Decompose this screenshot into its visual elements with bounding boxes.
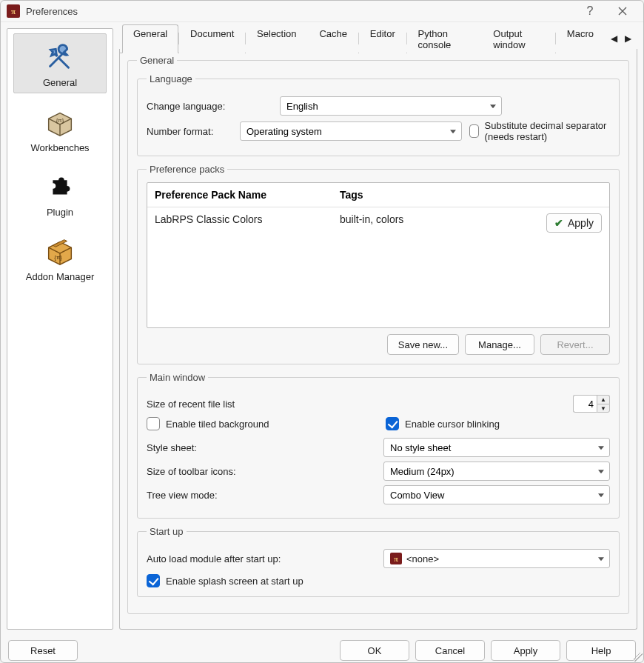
reset-button[interactable]: Reset [8,640,78,661]
tools-icon [42,39,78,74]
category-plugin[interactable]: Plugin [13,164,107,222]
close-icon[interactable] [606,1,639,21]
autoload-select[interactable]: π <none> [383,549,610,568]
app-icon: π [390,553,402,564]
spin-down-icon[interactable]: ▼ [597,404,610,413]
category-addon-manager[interactable]: {π} Addon Manager [13,228,107,287]
tab-scroll-left-icon[interactable]: ◀ [608,32,620,45]
group-startup-title: Start up [147,526,187,537]
apply-button[interactable]: Apply [491,640,560,661]
titlebar: π Preferences ? [1,1,643,22]
tab-cache[interactable]: Cache [308,24,358,53]
tree-mode-select[interactable]: Combo View [383,485,610,504]
preferences-window: π Preferences ? G [0,0,644,663]
splash-label: Enable splash screen at start up [166,576,303,587]
cursor-blink-label: Enable cursor blinking [405,419,500,430]
recent-list-spin[interactable]: ▲▼ [573,395,610,413]
help-icon[interactable]: ? [574,1,606,21]
package-icon: {π} [42,233,78,268]
pack-tags: built-in, colors [332,207,535,239]
category-label: Addon Manager [26,271,95,282]
change-language-select[interactable]: English [280,96,502,116]
splash-checkbox[interactable] [147,574,160,587]
puzzle-icon [42,168,78,204]
svg-text:{π}: {π} [54,254,62,261]
substitute-decimal-checkbox[interactable] [469,124,479,138]
check-icon: ✔ [554,217,563,229]
save-new-button[interactable]: Save new... [387,334,459,355]
tab-output-window[interactable]: Output window [482,24,555,53]
substitute-decimal-label: Substitute decimal separator (needs rest… [485,120,610,142]
group-mainwindow-title: Main window [147,372,208,383]
col-tags: Tags [332,183,535,207]
tab-general[interactable]: General [122,24,178,53]
pack-name: LabRPS Classic Colors [147,207,332,239]
autoload-label: Auto load module after start up: [147,553,376,564]
tab-macro[interactable]: Macro [556,24,605,53]
help-button[interactable]: Help [566,640,636,661]
tab-selection[interactable]: Selection [246,24,307,53]
box-icon: {π} [42,104,78,139]
category-label: General [43,77,77,88]
tiled-bg-label: Enable tiled background [166,419,269,430]
category-workbenches[interactable]: {π} Workbenches [13,99,107,158]
svg-text:{π}: {π} [56,117,64,124]
cursor-blink-checkbox[interactable] [386,417,399,430]
group-language-title: Language [147,73,195,84]
dialog-footer: Reset OK Cancel Apply Help [1,636,643,663]
category-label: Plugin [47,207,73,218]
tab-editor[interactable]: Editor [359,24,406,53]
tab-document[interactable]: Document [179,24,245,53]
style-sheet-label: Style sheet: [147,442,376,453]
app-icon: π [7,4,20,18]
cancel-button[interactable]: Cancel [415,640,485,661]
group-prefpacks-title: Preference packs [147,164,227,175]
manage-button[interactable]: Manage... [465,334,534,355]
recent-list-label: Size of recent file list [147,399,566,410]
group-general-title: General [137,55,177,66]
spin-up-icon[interactable]: ▲ [597,395,610,404]
category-label: Workbenches [30,142,89,153]
tab-scroll-right-icon[interactable]: ▶ [622,32,634,45]
toolbar-size-select[interactable]: Medium (24px) [383,462,610,481]
pref-pack-table: Preference Pack Name Tags LabRPS Classic… [147,182,610,328]
category-general[interactable]: General [13,33,107,93]
toolbar-size-label: Size of toolbar icons: [147,466,376,477]
col-pack-name: Preference Pack Name [147,183,332,207]
resize-grip-icon[interactable] [634,653,643,662]
style-sheet-select[interactable]: No style sheet [383,438,610,457]
tiled-bg-checkbox[interactable] [147,417,160,430]
window-title: Preferences [26,6,574,17]
settings-panel: General Language Change language: Englis… [119,49,637,630]
revert-button[interactable]: Revert... [540,334,610,355]
ok-button[interactable]: OK [340,640,409,661]
table-row: LabRPS Classic Colors built-in, colors ✔… [147,207,609,239]
pack-apply-button[interactable]: ✔ Apply [546,213,602,233]
change-language-label: Change language: [147,101,272,112]
tab-python-console[interactable]: Python console [407,24,482,53]
tree-mode-label: Tree view mode: [147,490,376,501]
number-format-select[interactable]: Operating system [240,121,462,141]
recent-list-input[interactable] [573,395,597,413]
tab-bar: General Document Selection Cache Editor … [119,24,605,53]
category-list: General {π} Workbenches [7,28,113,630]
number-format-label: Number format: [147,126,232,137]
